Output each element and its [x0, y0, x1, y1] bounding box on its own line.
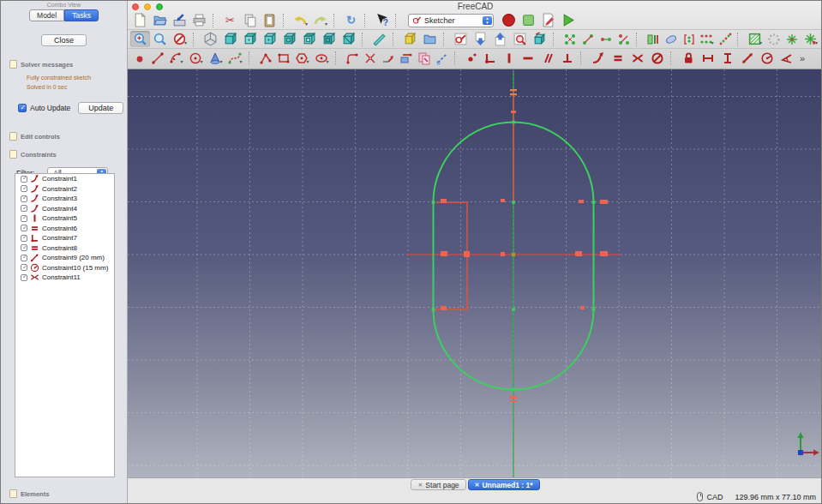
3d-viewport[interactable]: [128, 69, 822, 477]
update-button[interactable]: Update: [78, 102, 123, 114]
create-line-button[interactable]: [148, 51, 166, 67]
undo-button[interactable]: ▾: [291, 12, 310, 28]
open-document-button[interactable]: [150, 12, 170, 28]
constraint-row[interactable]: Constraint2: [15, 184, 114, 195]
constraint-list[interactable]: Constraint1 Constraint2 Constraint3 Cons…: [15, 173, 115, 477]
macro-stop-button[interactable]: [519, 12, 538, 28]
constraint-checkbox[interactable]: [21, 235, 27, 242]
select-associated-geometry-button[interactable]: [579, 31, 597, 47]
view-axonometric-button[interactable]: [339, 31, 358, 47]
constraint-checkbox[interactable]: [21, 185, 27, 192]
constraint-row[interactable]: Constraint7: [15, 233, 114, 243]
redo-button[interactable]: ▾: [310, 12, 330, 28]
sketcher-render-order-button[interactable]: ▾: [801, 31, 820, 47]
constraint-row[interactable]: Constraint9 (20 mm): [15, 253, 114, 263]
origin-point[interactable]: [512, 253, 515, 256]
create-ellipse-button[interactable]: ▾: [312, 51, 332, 67]
paste-button[interactable]: [260, 12, 279, 28]
constrain-distance-button[interactable]: [737, 51, 757, 67]
constraint-checkbox[interactable]: [21, 255, 27, 261]
select-associated-constraints-button[interactable]: [561, 31, 579, 47]
constrain-angle-button[interactable]: [777, 51, 796, 67]
carbon-copy-button[interactable]: [415, 51, 433, 67]
constraint-checkbox[interactable]: [21, 274, 27, 281]
constraint-row[interactable]: Constraint4: [15, 204, 114, 214]
macro-edit-button[interactable]: [538, 12, 558, 28]
toolbar-overflow-button[interactable]: »: [800, 53, 805, 63]
create-rectangle-button[interactable]: [274, 51, 292, 67]
create-polyline-button[interactable]: [256, 51, 274, 67]
title-bar[interactable]: FreeCAD: [128, 1, 822, 11]
workbench-selector[interactable]: Sketcher ▲▼: [408, 14, 494, 27]
constrain-lock-button[interactable]: [678, 51, 698, 67]
constrain-distance-x-button[interactable]: [698, 51, 717, 67]
measure-distance-button[interactable]: [369, 31, 389, 47]
edit-controls-section[interactable]: Edit controls: [9, 132, 127, 141]
view-sketch-button[interactable]: [490, 31, 510, 47]
constraint-row[interactable]: Constraint3: [15, 194, 114, 204]
constraint-checkbox[interactable]: [21, 215, 27, 222]
constrain-perpendicular-button[interactable]: [557, 51, 577, 67]
view-front-button[interactable]: [220, 31, 240, 47]
refresh-button[interactable]: ↻: [341, 12, 361, 28]
create-circle-button[interactable]: ▾: [186, 51, 206, 67]
constraint-checkbox[interactable]: [21, 195, 27, 202]
constrain-block-button[interactable]: [647, 51, 667, 67]
constrain-coincident-button[interactable]: [462, 51, 480, 67]
whats-this-button[interactable]: ?: [372, 12, 392, 28]
tab-model[interactable]: Model: [29, 9, 64, 21]
constraint-row[interactable]: Constraint8: [15, 243, 114, 254]
view-bottom-button[interactable]: [299, 31, 319, 47]
constrain-symmetric-button[interactable]: [627, 51, 647, 67]
convert-to-bspline-button[interactable]: [716, 31, 734, 47]
toggle-virtual-space-button[interactable]: ▾: [745, 31, 765, 47]
constraint-row[interactable]: Constraint6: [15, 224, 114, 234]
create-point-button[interactable]: [130, 51, 148, 67]
constraint-row[interactable]: Constraint5: [15, 213, 114, 224]
constraint-row[interactable]: Constraint1: [15, 174, 114, 184]
view-right-button[interactable]: [260, 31, 279, 47]
create-fillet-button[interactable]: [343, 51, 361, 67]
sketcher-snap-button[interactable]: [783, 31, 801, 47]
tab-start-page[interactable]: ✕ Start page: [411, 479, 465, 490]
copy-button[interactable]: [240, 12, 260, 28]
save-document-button[interactable]: [170, 12, 189, 28]
constraint-checkbox[interactable]: [21, 244, 27, 251]
zoom-button[interactable]: [150, 31, 170, 47]
create-group-button[interactable]: [420, 31, 440, 47]
select-conflicting-constraints-button[interactable]: [615, 31, 633, 47]
elements-section[interactable]: Elements: [9, 489, 49, 498]
external-geometry-button[interactable]: [397, 51, 415, 67]
constrain-vertical-button[interactable]: [500, 51, 518, 67]
create-arc-button[interactable]: ▾: [166, 51, 186, 67]
sketch-canvas[interactable]: [128, 69, 822, 477]
create-sketch-button[interactable]: [451, 31, 471, 47]
leave-sketch-button[interactable]: [471, 31, 490, 47]
constraint-checkbox[interactable]: [21, 264, 27, 271]
constrain-horizontal-button[interactable]: [518, 51, 537, 67]
close-tab-icon[interactable]: ✕: [475, 482, 480, 489]
extend-edge-button[interactable]: [379, 51, 397, 67]
constrain-radius-button[interactable]: [757, 51, 777, 67]
constrain-equal-button[interactable]: [608, 51, 627, 67]
view-section-button[interactable]: [510, 31, 530, 47]
constrain-point-on-object-button[interactable]: [480, 51, 500, 67]
constraint-checkbox[interactable]: [21, 205, 27, 212]
constraint-checkbox[interactable]: [21, 176, 27, 183]
tab-tasks[interactable]: Tasks: [64, 9, 99, 21]
constraint-row[interactable]: Constraint11: [15, 273, 114, 283]
nav-style-label[interactable]: CAD: [706, 493, 723, 501]
view-rear-button[interactable]: [279, 31, 299, 47]
constrain-distance-y-button[interactable]: [717, 51, 737, 67]
macro-record-button[interactable]: [499, 12, 519, 28]
constrain-parallel-button[interactable]: [537, 51, 557, 67]
solver-messages-section[interactable]: Solver messages: [9, 60, 127, 69]
zoom-window-button[interactable]: [156, 3, 163, 10]
close-button[interactable]: Close: [41, 34, 87, 46]
constraint-row[interactable]: Constraint10 (15 mm): [15, 263, 114, 273]
toggle-construction-button[interactable]: [433, 51, 451, 67]
constrain-tangent-button[interactable]: [588, 51, 608, 67]
print-button[interactable]: [189, 12, 209, 28]
show-bspline-knot-multiplicity-button[interactable]: ▾: [698, 31, 716, 47]
create-part-button[interactable]: [400, 31, 420, 47]
